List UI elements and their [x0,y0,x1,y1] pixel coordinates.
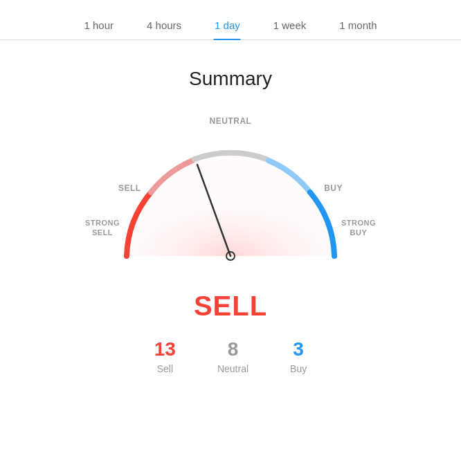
tab-1week[interactable]: 1 week [257,11,323,39]
stat-neutral-label: Neutral [217,363,248,374]
stat-sell-label: Sell [154,363,176,374]
stat-sell-value: 13 [154,338,176,360]
stat-neutral: 8 Neutral [217,338,248,374]
tab-4hours[interactable]: 4 hours [130,11,198,39]
tab-1month[interactable]: 1 month [323,11,393,39]
summary-title: Summary [189,68,272,90]
stats-row: 13 Sell 8 Neutral 3 Buy [154,338,307,374]
tab-1day[interactable]: 1 day [198,11,257,39]
stat-sell: 13 Sell [154,338,176,374]
gauge-container: NEUTRAL SELL BUY STRONG SELL STRONG BUY [85,111,376,277]
stat-buy-label: Buy [290,363,307,374]
timeframe-tabs: 1 hour 4 hours 1 day 1 week 1 month [0,0,461,40]
stat-buy-value: 3 [290,338,307,360]
tab-1hour[interactable]: 1 hour [67,11,130,39]
stat-buy: 3 Buy [290,338,307,374]
stat-neutral-value: 8 [217,338,248,360]
signal-text: SELL [194,291,267,322]
summary-content: Summary [0,40,461,374]
